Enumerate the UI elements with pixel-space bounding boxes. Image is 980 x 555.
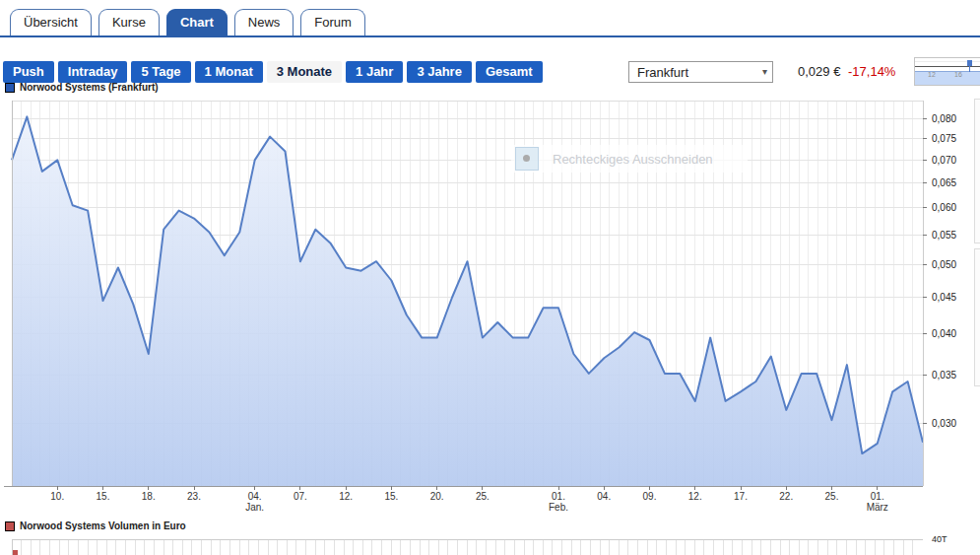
- exchange-select-value: Frankfurt: [637, 65, 688, 80]
- x-tick-label: 25.: [825, 491, 839, 502]
- thumb-baseline: [915, 66, 980, 67]
- rectangular-snip-icon: [515, 147, 539, 171]
- x-tick-label: 20.: [430, 491, 444, 502]
- volume-bar: [13, 550, 18, 555]
- thumb-x-label: 16: [954, 71, 962, 78]
- y-tick-label: 0,045: [932, 292, 956, 303]
- x-tick-label: 18.: [142, 491, 156, 502]
- x-tick-label: 23.: [187, 491, 201, 502]
- x-tick-label: 15.: [97, 491, 110, 502]
- x-tick-sublabel: Jan.: [245, 502, 264, 513]
- x-tick-label: 22.: [779, 491, 793, 502]
- x-tick-label: 09.: [643, 491, 657, 502]
- tab-kurse[interactable]: Kurse: [98, 9, 160, 35]
- range-1-monat[interactable]: 1 Monat: [195, 61, 263, 83]
- thumb-x-label: 12: [928, 71, 936, 78]
- range-3-jahre[interactable]: 3 Jahre: [407, 61, 472, 83]
- y-tick-label: 0,040: [932, 328, 956, 339]
- x-tick-label: 12.: [688, 491, 702, 502]
- snipping-tool-label: Rechteckiges Ausschneiden: [553, 152, 713, 167]
- thumb-spike-line: [969, 66, 970, 72]
- price-series-legend-label: Norwood Systems (Frankfurt): [20, 82, 159, 93]
- price-series-legend: Norwood Systems (Frankfurt): [5, 82, 159, 93]
- y-tick-label: 0,070: [932, 155, 956, 166]
- x-tick-label: 01.: [871, 491, 884, 502]
- x-tick-label: 04.: [597, 491, 611, 502]
- tab-news[interactable]: News: [234, 9, 294, 35]
- chevron-down-icon: ▾: [762, 62, 767, 82]
- volume-series-legend-label: Norwood Systems Volumen in Euro: [20, 520, 186, 531]
- range-push[interactable]: Push: [3, 61, 54, 83]
- price-change-percent: -17,14%: [848, 64, 895, 79]
- range-intraday[interactable]: Intraday: [58, 61, 128, 83]
- y-tick-label: 0,030: [932, 418, 956, 429]
- x-tick-label: 25.: [476, 491, 490, 502]
- exchange-select[interactable]: Frankfurt ▾: [628, 61, 773, 83]
- range-gesamt[interactable]: Gesamt: [476, 61, 543, 83]
- x-tick-label: 10.: [50, 491, 64, 502]
- x-tick-label: 15.: [384, 491, 398, 502]
- x-tick-label: 04.: [248, 491, 262, 502]
- quote: 0,029 € -17,14%: [798, 64, 895, 79]
- thumb-area: [915, 71, 980, 85]
- mini-chart-thumbnail[interactable]: 12 16: [914, 57, 980, 86]
- tab-bar: Übersicht Kurse Chart News Forum: [0, 0, 980, 37]
- x-tick-sublabel: Feb.: [549, 502, 568, 513]
- x-tick-label: 01.: [552, 491, 565, 502]
- range-5-tage[interactable]: 5 Tage: [131, 61, 190, 83]
- range-buttons: Push Intraday 5 Tage 1 Monat 3 Monate 1 …: [3, 61, 543, 83]
- legend-square-icon: [5, 521, 15, 531]
- y-tick-label: 0,060: [932, 202, 956, 213]
- last-price: 0,029 €: [798, 64, 840, 79]
- y-tick-label: 0,080: [932, 113, 956, 124]
- snipping-tool-overlay: Rechteckiges Ausschneiden: [511, 145, 748, 173]
- x-tick-label: 07.: [294, 491, 307, 502]
- tab-uebersicht[interactable]: Übersicht: [10, 9, 92, 35]
- tab-chart[interactable]: Chart: [166, 9, 228, 35]
- y-tick-label: 0,035: [932, 370, 956, 381]
- right-side-panel-clipped: [974, 99, 980, 243]
- volume-y-tick-label: 40T: [932, 534, 947, 544]
- y-tick-label: 0,075: [932, 133, 956, 144]
- x-tick-sublabel: März: [867, 502, 888, 513]
- y-tick-label: 0,055: [932, 230, 956, 241]
- x-tick-label: 17.: [734, 491, 748, 502]
- y-tick-label: 0,050: [932, 259, 956, 270]
- x-tick-label: 12.: [339, 491, 353, 502]
- tab-forum[interactable]: Forum: [300, 9, 365, 35]
- stock-chart-page: 10.15.18.23.04.Jan.07.12.15.20.25.01.Feb…: [0, 0, 980, 555]
- y-tick-label: 0,065: [932, 177, 956, 188]
- legend-square-icon: [5, 83, 15, 93]
- volume-series-legend: Norwood Systems Volumen in Euro: [5, 520, 186, 531]
- snip-dot-icon: [523, 155, 530, 162]
- range-1-jahr[interactable]: 1 Jahr: [346, 61, 403, 83]
- right-side-panel-clipped: [974, 248, 980, 386]
- range-3-monate[interactable]: 3 Monate: [267, 61, 342, 83]
